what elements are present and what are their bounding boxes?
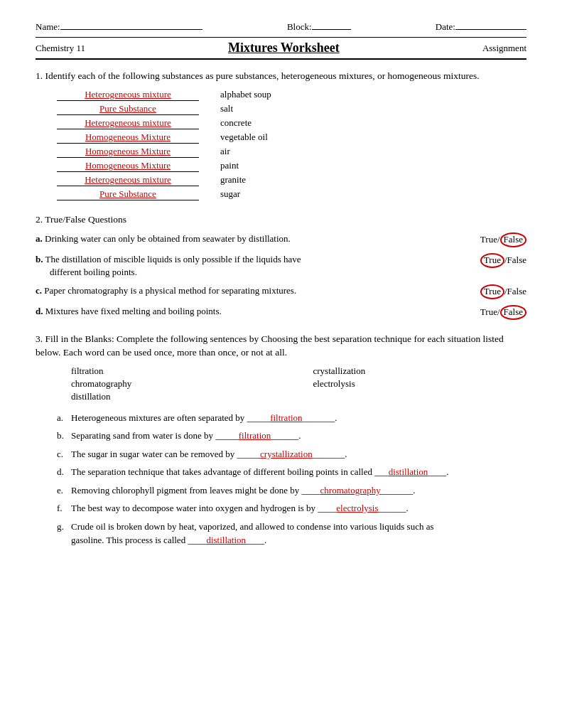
tf-answer: True/False <box>463 284 526 299</box>
fill-blank-row: e. Removing chlorophyll pigment from lea… <box>57 483 526 498</box>
answer-row: Heterogeneous mixtureconcrete <box>57 117 526 129</box>
word-bank-item: electrolysis <box>313 378 527 390</box>
answer-row: Heterogeneous mixturegranite <box>57 174 526 186</box>
answer-row: Pure Substancesugar <box>57 188 526 200</box>
fill-text: The separation technique that takes adva… <box>71 465 526 479</box>
fill-letter: e. <box>57 483 71 498</box>
answer-row: Heterogeneous mixturealphabet soup <box>57 89 526 101</box>
answer-label: Heterogeneous mixture <box>57 174 199 186</box>
fill-text: Separating sand from water is done by __… <box>71 429 526 443</box>
word-bank-item: crystallization <box>313 365 527 377</box>
fill-letter: g. <box>57 520 71 534</box>
fill-text: The sugar in sugar water can be removed … <box>71 447 526 461</box>
block-underline <box>312 29 351 30</box>
fill-answer: crystallization <box>260 449 313 459</box>
fill-blank-list: a. Heterogeneous mixtures are often sepa… <box>57 411 526 547</box>
section1-answers: Heterogeneous mixturealphabet soupPure S… <box>57 89 526 200</box>
fill-answer: electrolysis <box>336 503 378 513</box>
fill-letter: f. <box>57 501 71 515</box>
date-underline <box>455 29 526 30</box>
fill-letter: a. <box>57 411 71 425</box>
fill-letter: b. <box>57 429 71 443</box>
fill-text: The best way to decompose water into oxy… <box>71 501 526 515</box>
section3-heading: 3. Fill in the Blanks: Complete the foll… <box>36 333 526 360</box>
substance-label: salt <box>220 103 233 114</box>
fill-blank-row: a. Heterogeneous mixtures are often sepa… <box>57 411 526 425</box>
tf-row: a. Drinking water can only be obtained f… <box>36 232 526 247</box>
fill-blank-row: b. Separating sand from water is done by… <box>57 429 526 443</box>
substance-label: air <box>220 146 230 157</box>
answer-row: Homogeneous Mixturevegetable oil <box>57 132 526 144</box>
substance-label: alphabet soup <box>220 89 271 100</box>
header-rule-1 <box>36 37 526 38</box>
section1-question: 1. Identify each of the following substa… <box>36 70 526 83</box>
tf-text: d. Mixtures have fixed melting and boili… <box>36 305 463 318</box>
circled-answer: True <box>480 284 504 299</box>
substance-label: vegetable oil <box>220 132 268 143</box>
fill-answer: distillation <box>206 535 246 545</box>
fill-answer: filtration <box>270 412 303 423</box>
fill-blank-row: g. Crude oil is broken down by heat, vap… <box>57 520 526 547</box>
fill-answer: filtration <box>239 430 271 441</box>
section2-heading: 2. True/False Questions <box>36 213 526 227</box>
word-bank-item: chromatography <box>71 378 285 390</box>
circled-answer: False <box>500 232 526 247</box>
fill-blank-row: c. The sugar in sugar water can be remov… <box>57 447 526 461</box>
fill-letter: d. <box>57 465 71 479</box>
fill-blank-row: f. The best way to decompose water into … <box>57 501 526 515</box>
word-bank-item <box>313 391 527 402</box>
date-label: Date: <box>436 21 526 33</box>
substance-label: sugar <box>220 188 240 200</box>
answer-row: Homogeneous Mixturepaint <box>57 160 526 172</box>
tf-answer: True/False <box>463 232 526 247</box>
tf-answer: True/False <box>463 253 526 268</box>
tf-row: c. Paper chromatography is a physical me… <box>36 284 526 299</box>
fill-text: Crude oil is broken down by heat, vapori… <box>71 520 526 547</box>
fill-letter: c. <box>57 447 71 461</box>
header-main: Chemistry 11 Mixtures Worksheet Assignme… <box>36 41 526 55</box>
header-top: Name: Block: Date: <box>36 21 526 33</box>
course-label: Chemistry 11 <box>36 43 85 54</box>
answer-label: Heterogeneous mixture <box>57 117 199 129</box>
block-label: Block: <box>287 21 351 33</box>
answer-label: Homogeneous Mixture <box>57 146 199 158</box>
tf-row: b. The distillation of miscible liquids … <box>36 253 526 279</box>
name-label: Name: <box>36 21 202 33</box>
header-rule-2 <box>36 58 526 60</box>
name-underline <box>60 29 202 30</box>
fill-answer: chromatography <box>320 485 381 496</box>
word-bank-item: distillation <box>71 391 285 402</box>
tf-answer: True/False <box>463 305 526 320</box>
tf-text: c. Paper chromatography is a physical me… <box>36 284 463 297</box>
section-2: 2. True/False Questions a. Drinking wate… <box>36 213 526 320</box>
assignment-label: Assignment <box>482 43 526 54</box>
answer-row: Homogeneous Mixtureair <box>57 146 526 158</box>
fill-answer: distillation <box>389 466 428 477</box>
answer-label: Pure Substance <box>57 103 199 115</box>
answer-label: Homogeneous Mixture <box>57 132 199 144</box>
word-bank-item: filtration <box>71 365 285 377</box>
circled-answer: True <box>480 253 504 268</box>
page-title: Mixtures Worksheet <box>85 41 482 55</box>
tf-text: a. Drinking water can only be obtained f… <box>36 232 463 245</box>
answer-label: Pure Substance <box>57 188 199 200</box>
substance-label: concrete <box>220 117 252 129</box>
fill-text: Removing chlorophyll pigment from leaves… <box>71 483 526 498</box>
word-bank: filtrationcrystallizationchromatographye… <box>71 365 526 402</box>
section-3: 3. Fill in the Blanks: Complete the foll… <box>36 333 526 547</box>
tf-text: b. The distillation of miscible liquids … <box>36 253 463 279</box>
fill-text: Heterogeneous mixtures are often separat… <box>71 411 526 425</box>
circled-answer: False <box>500 305 526 320</box>
answer-row: Pure Substancesalt <box>57 103 526 115</box>
answer-label: Heterogeneous mixture <box>57 89 199 101</box>
fill-blank-row: d. The separation technique that takes a… <box>57 465 526 479</box>
section-1: 1. Identify each of the following substa… <box>36 70 526 200</box>
tf-row: d. Mixtures have fixed melting and boili… <box>36 305 526 320</box>
substance-label: granite <box>220 174 246 186</box>
answer-label: Homogeneous Mixture <box>57 160 199 172</box>
substance-label: paint <box>220 160 239 171</box>
